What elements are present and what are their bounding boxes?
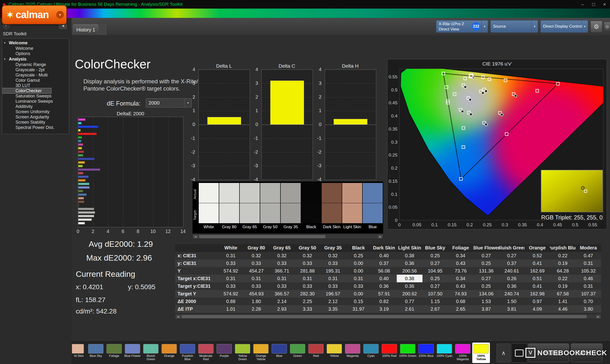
tree-section-analysis[interactable]: ▾Analysis <box>2 56 69 62</box>
patch-dark-skin[interactable]: Dark Skin <box>322 183 342 232</box>
logo-star-icon: ✶ <box>6 10 14 20</box>
tab-stub[interactable] <box>100 24 106 35</box>
sidebar-item-spectral-power-dist[interactable]: Spectral Power Dist. <box>2 125 69 130</box>
patch-button-orange-yellow[interactable]: Orange Yellow <box>252 343 270 363</box>
x-tick-label: 2 <box>89 229 97 234</box>
close-button[interactable]: × <box>599 0 610 9</box>
table-cell[interactable]: 0.38 <box>397 275 422 282</box>
expander-icon[interactable]: ▾ <box>4 40 5 46</box>
sidebar-item-3d-lut[interactable]: 3D LUT <box>2 83 69 88</box>
de-formula-dropdown[interactable]: 2000 ▼ <box>146 98 192 107</box>
table-cell: 200.62 <box>397 290 422 298</box>
patch-white[interactable]: White <box>199 183 219 232</box>
patch-button-blue[interactable]: Blue <box>271 343 288 363</box>
table-col-gray-80: Gray 80 <box>244 244 269 252</box>
chevron-down-icon[interactable]: ▼ <box>531 21 538 32</box>
scroll-left-icon[interactable]: ◀ <box>175 314 181 319</box>
scroll-right-icon[interactable]: ▶ <box>378 234 383 239</box>
tab-history-1[interactable]: History 1 <box>73 24 99 35</box>
table-cell: 200.56 <box>397 267 422 275</box>
settings-gear-button[interactable]: ⚙ <box>590 21 602 33</box>
patch-button-cyan[interactable]: Cyan <box>362 343 380 363</box>
table-cell: 0.32 <box>295 252 320 260</box>
scrollbar-thumb[interactable] <box>182 315 587 318</box>
sidebar-item-options[interactable]: Options <box>2 51 69 56</box>
table-cell: 0.36 <box>499 282 524 290</box>
patch-light-skin[interactable]: Light Skin <box>342 183 362 232</box>
patch-button-100-red[interactable]: 100% Red <box>380 343 398 363</box>
gridline <box>138 117 138 227</box>
pattern-window-button[interactable] <box>511 343 527 363</box>
patch-button-100-yellow[interactable]: 100% Yellow <box>472 343 490 363</box>
scroll-left-icon[interactable]: ◀ <box>193 234 198 239</box>
scroll-right-icon[interactable]: ▶ <box>596 314 601 319</box>
patch-button-ht-skin[interactable]: ht Skin <box>72 343 86 363</box>
patch-button-yellow[interactable]: Yellow <box>325 343 343 363</box>
maximize-button[interactable]: □ <box>588 0 599 9</box>
table-col-gray-35: Gray 35 <box>320 244 346 252</box>
calman-logo[interactable]: ✶ calman ▼ <box>2 5 67 24</box>
patch-button-bluish-green[interactable]: Bluish Green <box>142 343 160 363</box>
power-button[interactable]: ⊙ <box>604 22 610 32</box>
patch-button-yellow-green[interactable]: Yellow Green <box>234 343 251 363</box>
patch-gray-35[interactable]: Gray 35 <box>281 183 301 232</box>
patch-gray-65[interactable]: Gray 65 <box>240 183 260 232</box>
sidebar-item-colorchecker[interactable]: ColorChecker <box>2 88 51 93</box>
patch-button-red[interactable]: Red <box>307 343 325 363</box>
tree-section-welcome[interactable]: ▾Welcome <box>2 40 69 46</box>
patch-button-blue-flower[interactable]: Blue Flower <box>124 343 141 363</box>
scroll-up-button[interactable]: ∧ <box>497 343 510 363</box>
scrollbar-thumb[interactable] <box>199 235 325 238</box>
sidebar-item-additivity[interactable]: Additivity <box>2 104 69 109</box>
patch-button-magenta[interactable]: Magenta <box>344 343 362 363</box>
sidebar-item-screen-angularity[interactable]: Screen Angularity <box>2 114 69 120</box>
source-dropdown[interactable]: Source ▼ <box>490 20 538 33</box>
sidebar-item-screen-stability[interactable]: Screen Stability <box>2 120 69 125</box>
sidebar-item-grayscale-2pt[interactable]: Grayscale - 2pt <box>2 67 69 72</box>
sidebar-item-screen-uniformity[interactable]: Screen Uniformity <box>2 109 69 114</box>
patch-button-orange[interactable]: Orange <box>160 343 178 363</box>
patch-button-100-green[interactable]: 100% Green <box>399 343 416 363</box>
sidebar-item-grayscale-multi[interactable]: Grayscale - Multi <box>2 72 69 78</box>
svg-text:0.05: 0.05 <box>389 205 397 210</box>
patch-button-moderate-red[interactable]: Moderate Red <box>197 343 215 363</box>
patch-black[interactable]: Black <box>301 183 321 232</box>
sidebar-item-welcome[interactable]: Welcome <box>2 46 69 51</box>
sidebar-item-dynamic-range[interactable]: Dynamic Range <box>2 62 69 67</box>
table-scrollbar[interactable]: ◀ ▶ <box>175 314 601 319</box>
svg-text:0.1: 0.1 <box>431 222 438 227</box>
patch-label: Gray 35 <box>281 223 301 230</box>
cie-measured-white <box>469 98 472 101</box>
minimize-button[interactable]: – <box>577 0 588 9</box>
patch-button-green[interactable]: Green <box>289 343 306 363</box>
chevron-down-icon[interactable]: ▼ <box>481 21 488 32</box>
patch-button-100-blue[interactable]: 100% Blue <box>417 343 435 363</box>
patch-gray-80[interactable]: Gray 80 <box>219 183 239 232</box>
patch-button-100-magenta[interactable]: 100% Magenta <box>454 343 472 363</box>
table-cell: 0.43 <box>448 282 473 290</box>
logo-menu-chevron-icon[interactable]: ▼ <box>56 11 64 19</box>
table-row-label-y-cie31: y: CIE31 <box>175 260 218 267</box>
next-button[interactable]: Next » <box>571 343 602 362</box>
patch-button-purple[interactable]: Purple <box>215 343 233 363</box>
deltae-bar-bluish-green <box>78 183 89 185</box>
back-button[interactable]: « Back <box>528 343 569 362</box>
patch-button-blue-sky[interactable]: Blue Sky <box>87 343 104 363</box>
description-line-2: Pantone ColorChecker® target colors. <box>83 85 198 92</box>
patch-gray-50[interactable]: Gray 50 <box>260 183 280 232</box>
patch-button-purplish-blue[interactable]: Purplish Blue <box>179 343 196 363</box>
meter-dropdown[interactable]: X-Rite i1Pro 2 Direct View 232 ▼ <box>436 20 488 33</box>
table-cell: 67.58 <box>550 290 575 298</box>
sidebar-item-luminance-sweeps[interactable]: Luminance Sweeps <box>2 99 69 104</box>
patch-button-100-cyan[interactable]: 100% Cyan <box>436 343 453 363</box>
chevron-down-icon[interactable]: ▼ <box>581 21 588 32</box>
sidebar-item-color-gamut[interactable]: Color Gamut <box>2 78 69 83</box>
swatch-scrollbar[interactable]: ◀ ▶ <box>193 234 383 239</box>
expander-icon[interactable]: ▾ <box>4 56 5 62</box>
table-cell: 162.98 <box>524 290 550 298</box>
display-control-dropdown[interactable]: Direct Display Control ▼ <box>540 20 588 33</box>
patch-button-foliage[interactable]: Foliage <box>105 343 123 363</box>
patch-blue[interactable]: Blue <box>363 183 383 232</box>
sidebar-item-saturation-sweeps[interactable]: Saturation Sweeps <box>2 93 69 99</box>
avg-de2000-label: Avg dE2000: 1.29 <box>89 239 153 249</box>
